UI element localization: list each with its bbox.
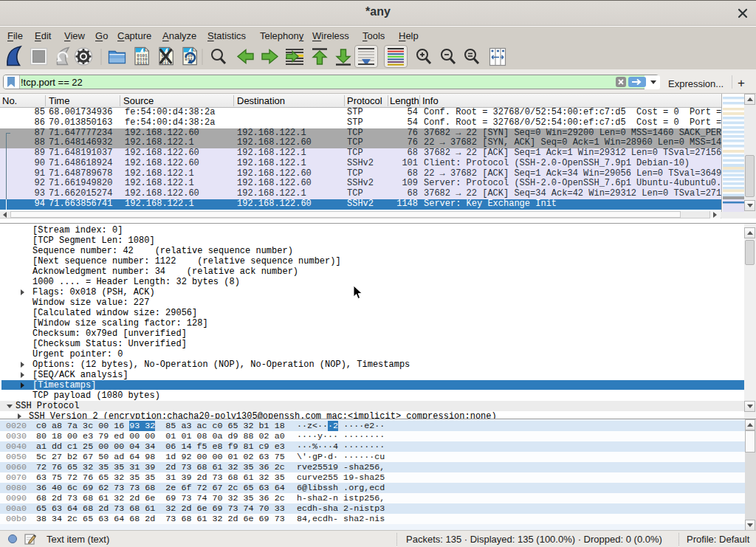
svg-text:0111: 0111 xyxy=(137,61,148,66)
